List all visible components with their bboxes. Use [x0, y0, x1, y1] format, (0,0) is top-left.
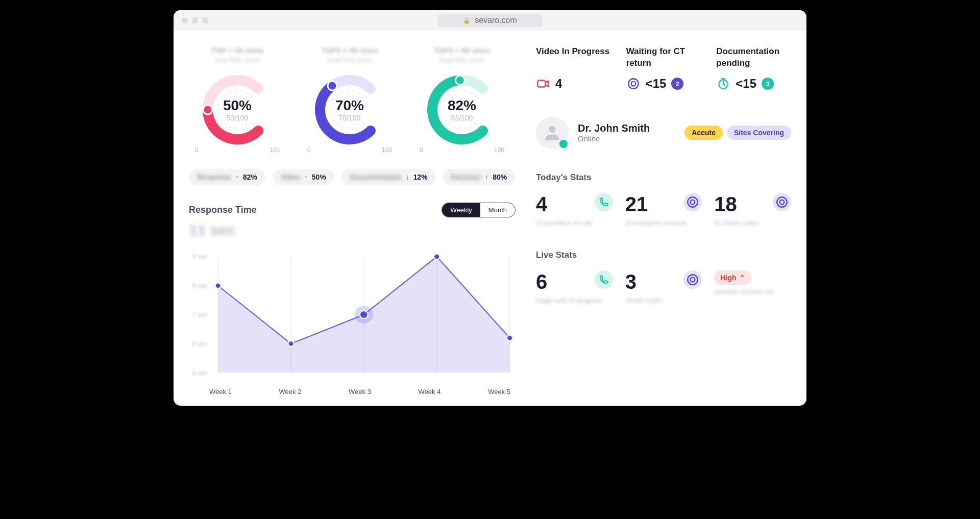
- status-title: Waiting for CT return: [626, 46, 701, 69]
- gauge-percent: 50%: [223, 97, 252, 114]
- stat-value: 4: [536, 193, 547, 216]
- chip-accute[interactable]: Accute: [684, 126, 723, 140]
- status-badge: 3: [762, 78, 774, 90]
- metric-pill-3[interactable]: Decision ↑ 80%: [443, 169, 515, 185]
- person-icon: [542, 122, 562, 143]
- xaxis-label: Week 3: [349, 388, 371, 396]
- status-title: Documentation pending: [716, 46, 791, 69]
- xaxis-label: Week 1: [209, 388, 232, 396]
- pill-label: Decision: [451, 173, 481, 181]
- pill-value: 12%: [413, 173, 428, 181]
- svg-point-76: [691, 200, 695, 205]
- maximize-dot[interactable]: [202, 17, 208, 23]
- doc-icon: [716, 77, 730, 91]
- today-title: Today's Stats: [536, 172, 791, 183]
- titlebar: 🔒 sevaro.com: [174, 10, 806, 31]
- toggle-month[interactable]: Month: [480, 203, 515, 217]
- stat-item: 18 of stroke codes: [714, 193, 791, 227]
- response-title: Response Time: [189, 205, 257, 215]
- ct-icon: [626, 77, 641, 91]
- doctor-chips: AccuteSites Covering: [684, 126, 791, 140]
- trend-up-icon: ↑: [485, 173, 488, 181]
- chevrons-up-icon: ⌃: [739, 274, 745, 282]
- stat-value: 3: [625, 270, 636, 293]
- online-dot: [559, 140, 568, 148]
- ct-icon: [683, 270, 702, 289]
- trend-up-icon: ↑: [304, 173, 308, 181]
- status-value: 4: [555, 77, 562, 91]
- ct-icon: [683, 193, 702, 211]
- pill-value: 82%: [243, 173, 257, 181]
- lock-icon: 🔒: [463, 17, 471, 24]
- pill-label: Documentation: [350, 173, 402, 181]
- svg-text:8 sec: 8 sec: [192, 282, 208, 289]
- stat-sub: triage calls in progress: [536, 296, 613, 304]
- chart-xaxis: Week 1Week 2Week 3Week 4Week 5: [189, 388, 516, 396]
- svg-point-75: [688, 197, 698, 207]
- doctor-name: Dr. John Smith: [578, 122, 650, 134]
- svg-point-68: [434, 254, 439, 259]
- video-icon: [536, 77, 550, 91]
- status-card-1: Waiting for CT return <152: [626, 46, 701, 91]
- status-card-0: Video In Progress 4: [536, 46, 611, 91]
- svg-point-74: [549, 126, 555, 133]
- metric-pill-0[interactable]: Response ↑ 82%: [189, 169, 265, 185]
- stat-value: 6: [536, 270, 547, 293]
- xaxis-label: Week 4: [419, 388, 441, 396]
- app-window: 🔒 sevaro.com TSP < 30 mins Goal 90% case…: [174, 10, 806, 406]
- chip-sites-covering[interactable]: Sites Covering: [727, 126, 791, 140]
- stat-sub: stroke codes: [625, 296, 702, 304]
- status-row: Video In Progress 4Waiting for CT return…: [536, 46, 791, 91]
- stat-item: 3 stroke codes: [625, 270, 702, 304]
- xaxis-label: Week 5: [488, 388, 510, 396]
- url-bar[interactable]: 🔒 sevaro.com: [437, 14, 543, 27]
- pill-value: 80%: [493, 173, 507, 181]
- stat-sub: provider burnout risk: [714, 288, 791, 295]
- metric-pill-1[interactable]: Video ↑ 50%: [273, 169, 334, 185]
- gauge-card-0: TSP < 30 mins Goal 90% cases 50% 50/100 …: [189, 46, 286, 154]
- gauge-title: TSP3 < 60 mins: [413, 46, 510, 55]
- today-stats: Today's Stats 4 of providers on-call 21 …: [536, 172, 791, 227]
- gauge-fraction: 70/100: [339, 114, 361, 122]
- live-stats: Live Stats 6 triage calls in progress 3 …: [536, 250, 791, 304]
- minimize-dot[interactable]: [192, 17, 198, 23]
- svg-point-69: [507, 335, 512, 341]
- stat-item: High ⌃ provider burnout risk: [714, 270, 791, 304]
- doctor-status: Online: [578, 134, 650, 143]
- svg-rect-70: [537, 81, 545, 87]
- gauge-dial: 50% 50/100: [197, 69, 278, 151]
- gauge-fraction: 82/100: [451, 114, 473, 122]
- window-controls[interactable]: [182, 17, 208, 23]
- svg-text:6 sec: 6 sec: [192, 340, 208, 348]
- response-header: Response Time Weekly Month: [189, 203, 516, 217]
- gauge-percent: 70%: [335, 97, 364, 114]
- gauge-fraction: 50/100: [227, 114, 249, 122]
- gauge-card-2: TSP3 < 60 mins Goal 80% cases 82% 82/100…: [413, 46, 510, 154]
- gauge-subtitle: Goal 80% cases: [413, 57, 510, 64]
- ct-icon: [773, 193, 791, 211]
- pill-value: 50%: [312, 173, 326, 181]
- close-dot[interactable]: [182, 17, 188, 23]
- stat-value: 21: [625, 193, 648, 216]
- svg-point-65: [288, 341, 293, 347]
- xaxis-label: Week 2: [279, 388, 302, 396]
- svg-point-80: [691, 278, 695, 282]
- status-value: <15: [646, 77, 667, 91]
- stat-sub: of providers on-call: [536, 219, 613, 227]
- left-column: TSP < 30 mins Goal 90% cases 50% 50/100 …: [189, 46, 516, 396]
- risk-pill: High ⌃: [714, 270, 751, 285]
- toggle-weekly[interactable]: Weekly: [442, 203, 480, 217]
- trend-up-icon: ↑: [235, 173, 239, 181]
- gauge-title: TSP3 < 45 mins: [301, 46, 398, 55]
- avatar[interactable]: [536, 116, 569, 149]
- status-value: <15: [736, 77, 756, 91]
- stat-item: 21 of emergent consults: [625, 193, 702, 227]
- gauge-card-1: TSP3 < 45 mins Goal 70% cases 70% 70/100…: [301, 46, 398, 154]
- gauge-dial: 82% 82/100: [421, 69, 503, 151]
- doctor-card: Dr. John Smith Online AccuteSites Coveri…: [536, 116, 791, 149]
- svg-point-79: [688, 275, 698, 285]
- svg-point-71: [628, 79, 639, 89]
- metric-pill-2[interactable]: Documentation ↓ 12%: [341, 169, 436, 185]
- svg-point-78: [780, 200, 785, 205]
- gauge-title: TSP < 30 mins: [189, 46, 286, 55]
